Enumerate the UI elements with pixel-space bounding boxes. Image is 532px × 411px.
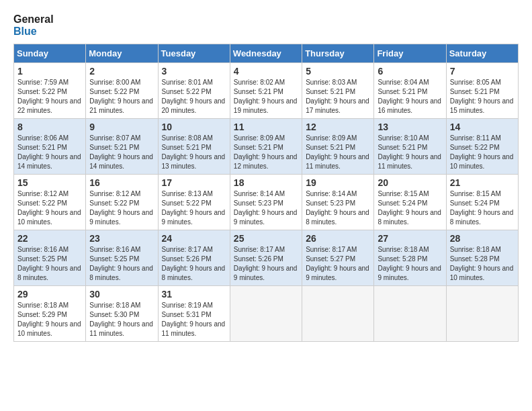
day-number: 10 [162,122,226,132]
calendar-day: 5Sunrise: 8:03 AMSunset: 5:21 PMDaylight… [302,63,374,119]
day-info: Sunrise: 8:12 AMSunset: 5:22 PMDaylight:… [89,189,154,227]
day-number: 23 [89,233,154,244]
day-info: Sunrise: 8:19 AMSunset: 5:31 PMDaylight:… [162,301,226,338]
day-info: Sunrise: 8:17 AMSunset: 5:26 PMDaylight:… [162,245,226,283]
logo-general: General [13,13,54,26]
calendar-header-saturday: Saturday [446,44,518,63]
calendar-day: 2Sunrise: 8:00 AMSunset: 5:22 PMDaylight… [86,63,158,119]
logo: General Blue [13,13,54,37]
day-info: Sunrise: 8:17 AMSunset: 5:27 PMDaylight:… [306,245,370,283]
calendar-header-friday: Friday [374,44,446,63]
day-number: 26 [306,233,370,244]
calendar-day: 23Sunrise: 8:16 AMSunset: 5:25 PMDayligh… [86,230,158,286]
calendar-day: 15Sunrise: 8:12 AMSunset: 5:22 PMDayligh… [14,175,86,230]
day-number: 21 [450,177,515,188]
day-info: Sunrise: 8:14 AMSunset: 5:23 PMDaylight:… [234,189,298,227]
calendar-day: 28Sunrise: 8:18 AMSunset: 5:28 PMDayligh… [446,230,518,286]
day-number: 9 [89,122,154,132]
day-number: 24 [162,233,226,244]
day-info: Sunrise: 8:07 AMSunset: 5:21 PMDaylight:… [89,134,154,171]
day-number: 8 [17,122,82,132]
day-info: Sunrise: 8:17 AMSunset: 5:26 PMDaylight:… [234,245,298,283]
day-number: 22 [17,233,82,244]
day-number: 5 [306,66,370,77]
day-number: 27 [378,233,442,244]
calendar-day: 31Sunrise: 8:19 AMSunset: 5:31 PMDayligh… [158,286,230,342]
day-number: 16 [89,177,154,188]
day-number: 4 [234,66,298,77]
calendar-day: 1Sunrise: 7:59 AMSunset: 5:22 PMDaylight… [14,63,86,119]
calendar-day: 29Sunrise: 8:18 AMSunset: 5:29 PMDayligh… [14,286,86,342]
logo-blue: Blue [13,26,37,38]
day-number: 19 [306,177,370,188]
calendar-day [230,286,302,342]
calendar-week-row: 1Sunrise: 7:59 AMSunset: 5:22 PMDaylight… [14,63,519,119]
day-info: Sunrise: 8:04 AMSunset: 5:21 PMDaylight:… [378,78,442,116]
day-number: 12 [306,122,370,132]
day-number: 7 [450,66,515,77]
calendar-day: 25Sunrise: 8:17 AMSunset: 5:26 PMDayligh… [230,230,302,286]
calendar-day: 4Sunrise: 8:02 AMSunset: 5:21 PMDaylight… [230,63,302,119]
calendar-day: 8Sunrise: 8:06 AMSunset: 5:21 PMDaylight… [14,119,86,175]
calendar-week-row: 29Sunrise: 8:18 AMSunset: 5:29 PMDayligh… [14,286,519,342]
logo: General Blue [13,13,54,37]
calendar-day: 27Sunrise: 8:18 AMSunset: 5:28 PMDayligh… [374,230,446,286]
calendar-day: 30Sunrise: 8:18 AMSunset: 5:30 PMDayligh… [86,286,158,342]
day-info: Sunrise: 8:08 AMSunset: 5:21 PMDaylight:… [162,134,226,171]
calendar-header-wednesday: Wednesday [230,44,302,63]
day-number: 1 [17,66,82,77]
page-header: General Blue [13,13,519,37]
calendar-header-monday: Monday [86,44,158,63]
day-info: Sunrise: 8:02 AMSunset: 5:21 PMDaylight:… [234,78,298,116]
calendar-day: 9Sunrise: 8:07 AMSunset: 5:21 PMDaylight… [86,119,158,175]
day-number: 30 [89,289,154,300]
day-info: Sunrise: 8:15 AMSunset: 5:24 PMDaylight:… [378,189,442,227]
day-info: Sunrise: 8:14 AMSunset: 5:23 PMDaylight:… [306,189,370,227]
day-info: Sunrise: 8:10 AMSunset: 5:21 PMDaylight:… [378,134,442,171]
day-info: Sunrise: 8:16 AMSunset: 5:25 PMDaylight:… [17,245,82,283]
day-info: Sunrise: 8:00 AMSunset: 5:22 PMDaylight:… [89,78,154,116]
calendar-day [374,286,446,342]
calendar-week-row: 15Sunrise: 8:12 AMSunset: 5:22 PMDayligh… [14,175,519,230]
calendar-day: 20Sunrise: 8:15 AMSunset: 5:24 PMDayligh… [374,175,446,230]
calendar-day: 16Sunrise: 8:12 AMSunset: 5:22 PMDayligh… [86,175,158,230]
calendar-header-tuesday: Tuesday [158,44,230,63]
calendar-day: 22Sunrise: 8:16 AMSunset: 5:25 PMDayligh… [14,230,86,286]
day-number: 18 [234,177,298,188]
day-info: Sunrise: 7:59 AMSunset: 5:22 PMDaylight:… [17,78,82,116]
day-number: 17 [162,177,226,188]
day-info: Sunrise: 8:18 AMSunset: 5:28 PMDaylight:… [378,245,442,283]
calendar-day: 6Sunrise: 8:04 AMSunset: 5:21 PMDaylight… [374,63,446,119]
day-number: 28 [450,233,515,244]
day-info: Sunrise: 8:09 AMSunset: 5:21 PMDaylight:… [234,134,298,171]
calendar-table: SundayMondayTuesdayWednesdayThursdayFrid… [13,44,519,342]
calendar-day [446,286,518,342]
day-number: 11 [234,122,298,132]
calendar-day: 12Sunrise: 8:09 AMSunset: 5:21 PMDayligh… [302,119,374,175]
calendar-week-row: 22Sunrise: 8:16 AMSunset: 5:25 PMDayligh… [14,230,519,286]
day-info: Sunrise: 8:16 AMSunset: 5:25 PMDaylight:… [89,245,154,283]
day-number: 25 [234,233,298,244]
day-info: Sunrise: 8:09 AMSunset: 5:21 PMDaylight:… [306,134,370,171]
calendar-day: 24Sunrise: 8:17 AMSunset: 5:26 PMDayligh… [158,230,230,286]
day-info: Sunrise: 8:18 AMSunset: 5:30 PMDaylight:… [89,301,154,338]
day-number: 14 [450,122,515,132]
day-number: 3 [162,66,226,77]
day-info: Sunrise: 8:12 AMSunset: 5:22 PMDaylight:… [17,189,82,227]
day-info: Sunrise: 8:11 AMSunset: 5:22 PMDaylight:… [450,134,515,171]
calendar-day [302,286,374,342]
day-number: 6 [378,66,442,77]
day-number: 29 [17,289,82,300]
calendar-day: 14Sunrise: 8:11 AMSunset: 5:22 PMDayligh… [446,119,518,175]
day-number: 31 [162,289,226,300]
day-number: 13 [378,122,442,132]
calendar-day: 3Sunrise: 8:01 AMSunset: 5:22 PMDaylight… [158,63,230,119]
calendar-day: 18Sunrise: 8:14 AMSunset: 5:23 PMDayligh… [230,175,302,230]
calendar-day: 11Sunrise: 8:09 AMSunset: 5:21 PMDayligh… [230,119,302,175]
day-info: Sunrise: 8:13 AMSunset: 5:22 PMDaylight:… [162,189,226,227]
day-info: Sunrise: 8:18 AMSunset: 5:28 PMDaylight:… [450,245,515,283]
calendar-header-row: SundayMondayTuesdayWednesdayThursdayFrid… [14,44,519,63]
calendar-header-sunday: Sunday [14,44,86,63]
calendar-day: 21Sunrise: 8:15 AMSunset: 5:24 PMDayligh… [446,175,518,230]
calendar-week-row: 8Sunrise: 8:06 AMSunset: 5:21 PMDaylight… [14,119,519,175]
